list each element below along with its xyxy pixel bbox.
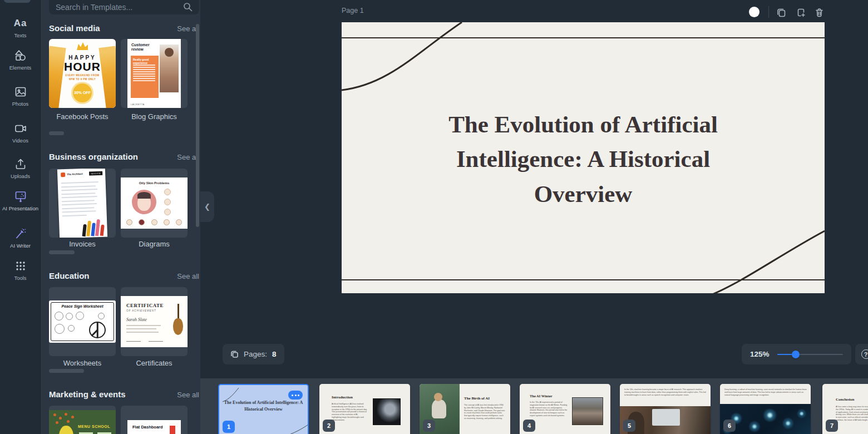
pages-icon bbox=[230, 350, 239, 358]
search-input[interactable]: Search in Templates... bbox=[49, 0, 199, 14]
zoom-value: 125% bbox=[750, 350, 770, 358]
card-label-diagrams[interactable]: Diagrams bbox=[121, 240, 188, 248]
zoom-control: 125% bbox=[742, 344, 851, 364]
worksheets-preview: Peace Sign Worksheet bbox=[49, 300, 116, 343]
ai-writer-icon bbox=[14, 227, 27, 240]
tool-rail: Aa Texts Elements Photos Videos Up bbox=[0, 0, 41, 434]
template-card-menu[interactable]: MENU SCHOOL bbox=[49, 406, 116, 434]
page-thumbnail-2[interactable]: Introduction Artificial Intelligence (AI… bbox=[319, 384, 410, 434]
elements-icon bbox=[14, 49, 27, 62]
search-icon bbox=[183, 2, 193, 12]
page-thumbnail-4[interactable]: The AI Winter In the '70s, AI experience… bbox=[520, 384, 610, 434]
zoom-slider[interactable] bbox=[777, 351, 843, 358]
see-all-link[interactable]: See all bbox=[177, 272, 199, 280]
page-number-badge: 2 bbox=[323, 420, 335, 432]
slide-page-1[interactable]: The Evolution of Artificial Intelligence… bbox=[342, 22, 825, 293]
ai-presentation-icon bbox=[14, 190, 27, 203]
add-page-button[interactable] bbox=[794, 6, 807, 19]
page-number-badge: 7 bbox=[826, 420, 838, 432]
template-card-certificates[interactable]: CERTIFICATE OF ACHIEVEMENT Sarah Slate bbox=[121, 287, 188, 356]
page-label: Page 1 bbox=[342, 7, 364, 14]
templates-panel: Search in Templates... Social media See … bbox=[41, 0, 200, 434]
blog-graphics-preview: Customer review Really good experience L… bbox=[127, 39, 181, 108]
page-thumbnail-5[interactable]: In the '00s, machine learning became a m… bbox=[620, 384, 711, 434]
section-header-social-media: Social media See all bbox=[49, 23, 199, 33]
sidebar-item-tools[interactable]: Tools bbox=[0, 259, 41, 282]
sidebar-item-photos[interactable]: Photos bbox=[0, 85, 41, 107]
see-all-link[interactable]: See all bbox=[177, 391, 199, 399]
card-label-facebook-posts[interactable]: Facebook Posts bbox=[49, 112, 116, 121]
app-window: Aa Texts Elements Photos Videos Up bbox=[0, 0, 868, 434]
template-card-flat-dashboard[interactable]: Flat Dashboard bbox=[121, 406, 188, 434]
card-label-certificates[interactable]: Certificates bbox=[121, 359, 188, 367]
texts-icon: Aa bbox=[14, 17, 27, 30]
sidebar-item-uploads[interactable]: Uploads bbox=[0, 157, 41, 180]
page-thumbnail-1[interactable]: The Evolution of Artificial Intelligence… bbox=[218, 384, 309, 434]
pages-count-button[interactable]: Pages: 8 bbox=[223, 344, 284, 364]
sidebar-item-texts[interactable]: Aa Texts bbox=[0, 17, 41, 39]
robot-photo bbox=[373, 398, 401, 425]
tools-icon bbox=[14, 259, 27, 273]
search-placeholder: Search in Templates... bbox=[56, 3, 132, 12]
zoom-slider-thumb[interactable] bbox=[792, 351, 800, 358]
sidebar-item-ai-presentation[interactable]: AI Presentation bbox=[0, 190, 41, 212]
carousel-indicator bbox=[49, 369, 84, 373]
trash-icon bbox=[814, 7, 825, 18]
template-card-blog-graphics[interactable]: Customer review Really good experience L… bbox=[121, 39, 188, 108]
carousel-indicator bbox=[49, 250, 75, 254]
help-icon: ? bbox=[861, 349, 868, 359]
panel-collapse-button[interactable]: ❮ bbox=[200, 191, 214, 222]
menu-preview: MENU SCHOOL bbox=[49, 410, 116, 434]
videos-icon bbox=[14, 122, 27, 135]
photos-icon bbox=[14, 85, 27, 98]
page-filmstrip: The Evolution of Artificial Intelligence… bbox=[200, 378, 868, 434]
invoices-preview: The Architect INVOICE bbox=[57, 169, 107, 238]
template-card-worksheets[interactable]: Peace Sign Worksheet bbox=[49, 287, 116, 356]
certificates-preview: CERTIFICATE OF ACHIEVEMENT Sarah Slate bbox=[121, 296, 188, 347]
template-card-facebook-posts[interactable]: HAPPY HOUR EVERY WEEKEND FROM 6PM TO 9 P… bbox=[49, 39, 116, 108]
page-thumbnail-6[interactable]: Deep learning, a subset of machine learn… bbox=[720, 384, 811, 434]
diagrams-preview: Oily Skin Problems bbox=[121, 177, 188, 229]
editor-canvas: Page 1 The Evolution of Artificial Intel… bbox=[200, 0, 868, 434]
template-card-invoices[interactable]: The Architect INVOICE bbox=[49, 169, 116, 238]
sidebar-item-ai-writer[interactable]: AI Writer bbox=[0, 227, 41, 249]
uploads-icon bbox=[14, 157, 27, 171]
facebook-posts-preview: HAPPY HOUR EVERY WEEKEND FROM 6PM TO 9 P… bbox=[49, 39, 116, 108]
section-header-marketing-events: Marketing & events See all bbox=[49, 389, 199, 399]
panel-scrollbar[interactable] bbox=[196, 24, 199, 227]
section-header-education: Education See all bbox=[49, 271, 199, 280]
page-thumbnail-3[interactable]: The Birth of AI The concept of AI was fi… bbox=[420, 384, 510, 434]
add-page-icon bbox=[796, 7, 806, 18]
template-card-diagrams[interactable]: Oily Skin Problems bbox=[121, 169, 188, 238]
flat-dashboard-preview: Flat Dashboard bbox=[127, 420, 181, 434]
chevron-left-icon: ❮ bbox=[204, 203, 210, 211]
duplicate-page-icon bbox=[776, 7, 787, 18]
page-number-badge: 1 bbox=[223, 421, 235, 433]
page-number-badge: 6 bbox=[723, 420, 736, 432]
page-number-badge: 3 bbox=[423, 420, 435, 432]
card-label-blog-graphics[interactable]: Blog Graphics bbox=[121, 112, 188, 121]
card-label-invoices[interactable]: Invoices bbox=[49, 240, 116, 248]
card-label-worksheets[interactable]: Worksheets bbox=[49, 359, 116, 367]
active-tool-tab-indicator bbox=[4, 0, 31, 3]
section-header-business-organization: Business organization See all bbox=[49, 152, 199, 161]
sidebar-item-elements[interactable]: Elements bbox=[0, 49, 41, 71]
carousel-indicator bbox=[49, 131, 64, 135]
page-color-swatch[interactable] bbox=[749, 7, 760, 17]
duplicate-page-button[interactable] bbox=[775, 6, 788, 19]
page-thumbnail-7[interactable]: Conclusion AI has come a long way since … bbox=[822, 384, 868, 434]
delete-page-button[interactable] bbox=[812, 6, 826, 19]
toolbar-divider bbox=[768, 6, 769, 18]
thumbnail-menu-button[interactable] bbox=[288, 391, 303, 400]
thumbnail-title: The Evolution of Artificial Intelligence… bbox=[224, 400, 303, 413]
help-button[interactable]: ? bbox=[855, 344, 868, 364]
slide-title-text[interactable]: The Evolution of Artificial Intelligence… bbox=[405, 107, 761, 211]
seascape-photo bbox=[572, 397, 603, 425]
page-number-badge: 4 bbox=[523, 420, 535, 432]
sidebar-item-videos[interactable]: Videos bbox=[0, 122, 41, 144]
page-number-badge: 5 bbox=[623, 420, 635, 432]
